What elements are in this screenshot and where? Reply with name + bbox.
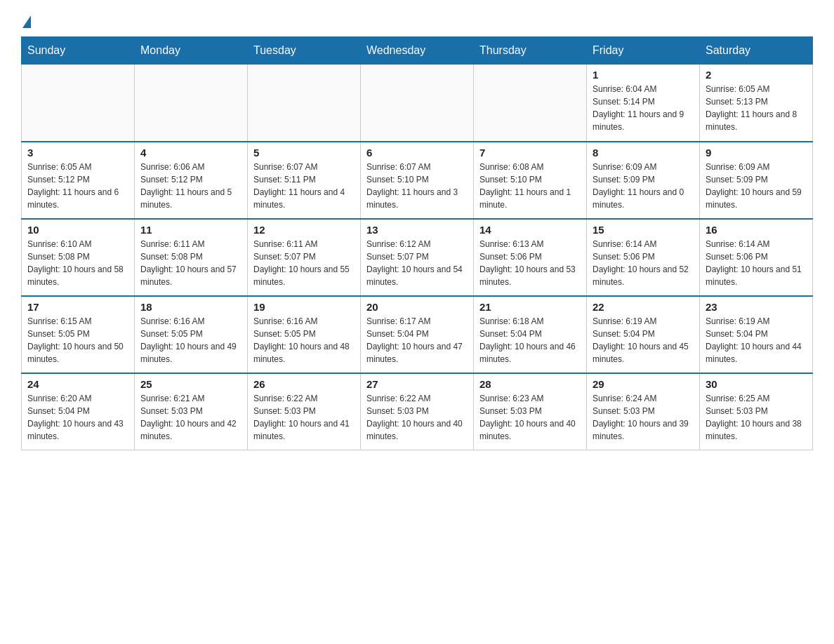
day-number: 10 [27, 224, 128, 236]
day-number: 7 [479, 147, 581, 159]
day-number: 12 [253, 224, 355, 236]
day-info: Sunrise: 6:20 AMSunset: 5:04 PMDaylight:… [27, 392, 128, 443]
calendar-cell: 22Sunrise: 6:19 AMSunset: 5:04 PMDayligh… [587, 296, 700, 373]
calendar-cell: 23Sunrise: 6:19 AMSunset: 5:04 PMDayligh… [700, 296, 813, 373]
calendar-cell [135, 65, 248, 142]
day-info: Sunrise: 6:07 AMSunset: 5:11 PMDaylight:… [253, 161, 355, 211]
calendar-cell: 19Sunrise: 6:16 AMSunset: 5:05 PMDayligh… [248, 296, 361, 373]
calendar-cell: 5Sunrise: 6:07 AMSunset: 5:11 PMDaylight… [248, 142, 361, 219]
day-info: Sunrise: 6:09 AMSunset: 5:09 PMDaylight:… [593, 161, 694, 211]
calendar-cell [22, 65, 135, 142]
day-info: Sunrise: 6:22 AMSunset: 5:03 PMDaylight:… [253, 392, 355, 443]
calendar-week-1: 1Sunrise: 6:04 AMSunset: 5:14 PMDaylight… [22, 65, 813, 142]
day-info: Sunrise: 6:21 AMSunset: 5:03 PMDaylight:… [140, 392, 241, 443]
day-number: 6 [366, 147, 468, 159]
day-info: Sunrise: 6:19 AMSunset: 5:04 PMDaylight:… [593, 315, 694, 365]
calendar-cell: 25Sunrise: 6:21 AMSunset: 5:03 PMDayligh… [135, 373, 248, 450]
day-info: Sunrise: 6:23 AMSunset: 5:03 PMDaylight:… [479, 392, 581, 443]
weekday-header-thursday: Thursday [474, 37, 587, 65]
day-info: Sunrise: 6:14 AMSunset: 5:06 PMDaylight:… [593, 238, 694, 288]
day-number: 25 [140, 378, 241, 390]
day-info: Sunrise: 6:06 AMSunset: 5:12 PMDaylight:… [140, 161, 241, 211]
day-number: 1 [593, 69, 694, 81]
calendar-cell: 16Sunrise: 6:14 AMSunset: 5:06 PMDayligh… [700, 219, 813, 296]
day-number: 3 [27, 147, 128, 159]
calendar-cell [474, 65, 587, 142]
calendar-cell: 6Sunrise: 6:07 AMSunset: 5:10 PMDaylight… [361, 142, 474, 219]
calendar-body: 1Sunrise: 6:04 AMSunset: 5:14 PMDaylight… [22, 65, 813, 450]
weekday-header-wednesday: Wednesday [361, 37, 474, 65]
day-info: Sunrise: 6:04 AMSunset: 5:14 PMDaylight:… [593, 83, 694, 133]
day-number: 18 [140, 301, 241, 313]
weekday-header-row: SundayMondayTuesdayWednesdayThursdayFrid… [22, 37, 813, 65]
day-info: Sunrise: 6:19 AMSunset: 5:04 PMDaylight:… [706, 315, 807, 365]
day-info: Sunrise: 6:25 AMSunset: 5:03 PMDaylight:… [706, 392, 807, 443]
calendar-cell: 28Sunrise: 6:23 AMSunset: 5:03 PMDayligh… [474, 373, 587, 450]
weekday-header-sunday: Sunday [22, 37, 135, 65]
day-info: Sunrise: 6:22 AMSunset: 5:03 PMDaylight:… [366, 392, 468, 443]
calendar-cell: 15Sunrise: 6:14 AMSunset: 5:06 PMDayligh… [587, 219, 700, 296]
day-number: 2 [706, 69, 807, 81]
calendar-cell: 13Sunrise: 6:12 AMSunset: 5:07 PMDayligh… [361, 219, 474, 296]
day-number: 17 [27, 301, 128, 313]
calendar-week-4: 17Sunrise: 6:15 AMSunset: 5:05 PMDayligh… [22, 296, 813, 373]
day-number: 29 [593, 378, 694, 390]
day-number: 13 [366, 224, 468, 236]
day-number: 30 [706, 378, 807, 390]
calendar-week-5: 24Sunrise: 6:20 AMSunset: 5:04 PMDayligh… [22, 373, 813, 450]
calendar-cell: 24Sunrise: 6:20 AMSunset: 5:04 PMDayligh… [22, 373, 135, 450]
day-number: 5 [253, 147, 355, 159]
calendar-cell: 17Sunrise: 6:15 AMSunset: 5:05 PMDayligh… [22, 296, 135, 373]
calendar-cell: 8Sunrise: 6:09 AMSunset: 5:09 PMDaylight… [587, 142, 700, 219]
day-number: 22 [593, 301, 694, 313]
calendar-cell: 21Sunrise: 6:18 AMSunset: 5:04 PMDayligh… [474, 296, 587, 373]
day-info: Sunrise: 6:09 AMSunset: 5:09 PMDaylight:… [706, 161, 807, 211]
day-number: 8 [593, 147, 694, 159]
calendar-cell: 26Sunrise: 6:22 AMSunset: 5:03 PMDayligh… [248, 373, 361, 450]
calendar-cell: 27Sunrise: 6:22 AMSunset: 5:03 PMDayligh… [361, 373, 474, 450]
day-info: Sunrise: 6:05 AMSunset: 5:12 PMDaylight:… [27, 161, 128, 211]
calendar-cell: 9Sunrise: 6:09 AMSunset: 5:09 PMDaylight… [700, 142, 813, 219]
weekday-header-saturday: Saturday [700, 37, 813, 65]
calendar-cell [361, 65, 474, 142]
weekday-header-tuesday: Tuesday [248, 37, 361, 65]
day-info: Sunrise: 6:08 AMSunset: 5:10 PMDaylight:… [479, 161, 581, 211]
day-number: 20 [366, 301, 468, 313]
calendar-cell: 2Sunrise: 6:05 AMSunset: 5:13 PMDaylight… [700, 65, 813, 142]
day-info: Sunrise: 6:17 AMSunset: 5:04 PMDaylight:… [366, 315, 468, 365]
header [21, 14, 813, 25]
day-number: 27 [366, 378, 468, 390]
day-number: 19 [253, 301, 355, 313]
day-number: 16 [706, 224, 807, 236]
calendar-cell: 20Sunrise: 6:17 AMSunset: 5:04 PMDayligh… [361, 296, 474, 373]
day-info: Sunrise: 6:15 AMSunset: 5:05 PMDaylight:… [27, 315, 128, 365]
day-info: Sunrise: 6:14 AMSunset: 5:06 PMDaylight:… [706, 238, 807, 288]
day-info: Sunrise: 6:11 AMSunset: 5:07 PMDaylight:… [253, 238, 355, 288]
calendar-table: SundayMondayTuesdayWednesdayThursdayFrid… [21, 36, 813, 450]
day-info: Sunrise: 6:24 AMSunset: 5:03 PMDaylight:… [593, 392, 694, 443]
weekday-header-monday: Monday [135, 37, 248, 65]
day-number: 21 [479, 301, 581, 313]
calendar-cell: 11Sunrise: 6:11 AMSunset: 5:08 PMDayligh… [135, 219, 248, 296]
day-number: 14 [479, 224, 581, 236]
calendar-cell: 30Sunrise: 6:25 AMSunset: 5:03 PMDayligh… [700, 373, 813, 450]
day-info: Sunrise: 6:16 AMSunset: 5:05 PMDaylight:… [253, 315, 355, 365]
day-number: 26 [253, 378, 355, 390]
calendar-cell: 18Sunrise: 6:16 AMSunset: 5:05 PMDayligh… [135, 296, 248, 373]
day-info: Sunrise: 6:11 AMSunset: 5:08 PMDaylight:… [140, 238, 241, 288]
logo [21, 14, 31, 25]
day-number: 15 [593, 224, 694, 236]
calendar-cell: 3Sunrise: 6:05 AMSunset: 5:12 PMDaylight… [22, 142, 135, 219]
calendar-cell [248, 65, 361, 142]
calendar-cell: 1Sunrise: 6:04 AMSunset: 5:14 PMDaylight… [587, 65, 700, 142]
day-number: 28 [479, 378, 581, 390]
day-number: 24 [27, 378, 128, 390]
day-info: Sunrise: 6:05 AMSunset: 5:13 PMDaylight:… [706, 83, 807, 133]
day-info: Sunrise: 6:07 AMSunset: 5:10 PMDaylight:… [366, 161, 468, 211]
day-number: 23 [706, 301, 807, 313]
day-info: Sunrise: 6:18 AMSunset: 5:04 PMDaylight:… [479, 315, 581, 365]
logo-triangle-icon [22, 15, 31, 28]
weekday-header-friday: Friday [587, 37, 700, 65]
day-number: 4 [140, 147, 241, 159]
day-info: Sunrise: 6:16 AMSunset: 5:05 PMDaylight:… [140, 315, 241, 365]
